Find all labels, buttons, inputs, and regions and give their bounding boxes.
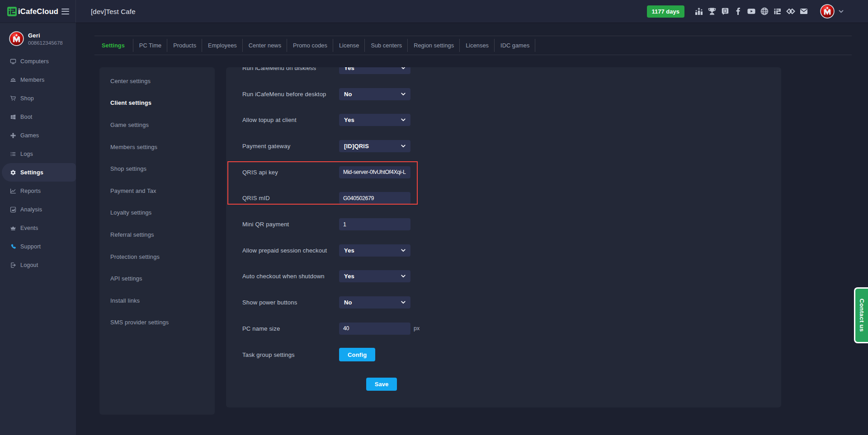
globe-icon[interactable] bbox=[760, 7, 769, 16]
events-icon bbox=[10, 225, 16, 231]
tab-settings[interactable]: Settings bbox=[94, 36, 133, 55]
menu-toggle-icon[interactable] bbox=[61, 9, 69, 14]
settings-menu-item-referral-settings[interactable]: Referral settings bbox=[99, 224, 215, 246]
settings-menu-item-sms-provider-settings[interactable]: SMS provider settings bbox=[99, 312, 215, 334]
sidebar-item-logout[interactable]: Logout bbox=[2, 256, 76, 274]
select-allow-prepaid-session-checkout[interactable]: Yes bbox=[339, 244, 410, 257]
sidebar-item-label: Logout bbox=[20, 262, 38, 268]
analysis-icon bbox=[10, 206, 16, 213]
field-label: Task group settings bbox=[242, 351, 339, 358]
settings-menu-item-client-settings[interactable]: Client settings bbox=[99, 92, 215, 114]
chevron-down-icon bbox=[839, 10, 844, 13]
field-label: QRIS mID bbox=[242, 195, 339, 201]
sidebar-item-computers[interactable]: Computers bbox=[2, 52, 76, 70]
sidebar-item-label: Boot bbox=[20, 114, 33, 120]
sidebar-item-label: Events bbox=[20, 225, 38, 231]
select-run-icafemenu-on-diskless[interactable]: Yes bbox=[339, 67, 410, 74]
config-button[interactable]: Config bbox=[339, 348, 375, 361]
logs-icon bbox=[10, 151, 16, 157]
tab-employees[interactable]: Employees bbox=[202, 36, 243, 55]
field-label: Run iCafeMenu before desktop bbox=[242, 91, 339, 98]
tab-bar: SettingsPC TimeProductsEmployeesCenter n… bbox=[94, 36, 852, 55]
user-menu[interactable] bbox=[820, 4, 844, 19]
mail-icon[interactable] bbox=[799, 7, 808, 16]
contact-us-button[interactable]: Contact us bbox=[854, 287, 868, 343]
select-payment-gateway[interactable]: [ID]QRIS bbox=[339, 140, 410, 152]
settings-menu-item-payment-and-tax[interactable]: Payment and Tax bbox=[99, 180, 215, 202]
sidebar-item-support[interactable]: Support bbox=[2, 237, 76, 256]
field-label: PC name size bbox=[242, 325, 339, 332]
sidebar-item-logs[interactable]: Logs bbox=[2, 145, 76, 163]
icafecloud-logo: iCafeCloud bbox=[7, 7, 58, 16]
sidebar-item-boot[interactable]: Boot bbox=[2, 108, 76, 126]
icafecloud-icon[interactable] bbox=[773, 7, 782, 16]
trophy-icon[interactable] bbox=[708, 7, 717, 16]
settings-menu-item-center-settings[interactable]: Center settings bbox=[99, 70, 215, 92]
top-header: iCafeCloud [dev]Test Cafe 1177 days bbox=[0, 0, 868, 23]
computers-icon bbox=[10, 58, 16, 65]
sidebar-item-reports[interactable]: Reports bbox=[2, 182, 76, 200]
input-pc-name-size[interactable] bbox=[339, 323, 410, 335]
cafe-title: [dev]Test Cafe bbox=[91, 8, 136, 15]
sidebar-nav: Computers Members Shop Boot Games Logs S… bbox=[0, 52, 76, 274]
tab-idc-games[interactable]: IDC games bbox=[495, 36, 535, 55]
form-row-allow-prepaid-session-checkout: Allow prepaid session checkout Yes bbox=[226, 237, 781, 263]
header-actions: 1177 days bbox=[647, 4, 844, 19]
form-rows: Run iCafeMenu on diskless Yes Run iCafeM… bbox=[226, 67, 781, 368]
save-button[interactable]: Save bbox=[366, 378, 397, 391]
tab-products[interactable]: Products bbox=[167, 36, 202, 55]
profile-info: Geri 008612345678 bbox=[28, 32, 63, 46]
reports-icon bbox=[10, 188, 16, 194]
field-label: Allow topup at client bbox=[242, 117, 339, 123]
select-show-power-buttons[interactable]: No bbox=[339, 296, 410, 309]
select-auto-checkout-when-shutdown[interactable]: Yes bbox=[339, 270, 410, 282]
sidebar-item-events[interactable]: Events bbox=[2, 219, 76, 237]
tab-pc-time[interactable]: PC Time bbox=[133, 36, 167, 55]
members-icon bbox=[10, 77, 16, 83]
tab-license[interactable]: License bbox=[333, 36, 365, 55]
sidebar-item-settings[interactable]: Settings bbox=[2, 163, 76, 182]
settings-menu-item-shop-settings[interactable]: Shop settings bbox=[99, 158, 215, 180]
sidebar-item-members[interactable]: Members bbox=[2, 70, 76, 89]
sidebar-item-analysis[interactable]: Analysis bbox=[2, 200, 76, 219]
input-qris-api-key[interactable] bbox=[339, 166, 410, 178]
tab-region-settings[interactable]: Region settings bbox=[408, 36, 460, 55]
field-label: Allow prepaid session checkout bbox=[242, 247, 339, 254]
input-mini-qr-payment[interactable] bbox=[339, 218, 410, 230]
tab-center-news[interactable]: Center news bbox=[243, 36, 287, 55]
form-row-show-power-buttons: Show power buttons No bbox=[226, 290, 781, 316]
settings-menu-item-loyalty-settings[interactable]: Loyalty settings bbox=[99, 202, 215, 224]
settings-menu-item-api-settings[interactable]: API settings bbox=[99, 267, 215, 290]
youtube-icon[interactable] bbox=[747, 7, 756, 16]
boot-icon bbox=[10, 114, 16, 120]
settings-menu-item-game-settings[interactable]: Game settings bbox=[99, 114, 215, 136]
form-row-pc-name-size: PC name size px bbox=[226, 315, 781, 341]
interlock-icon[interactable] bbox=[786, 7, 795, 16]
input-qris-mid[interactable] bbox=[339, 192, 410, 204]
field-label: Run iCafeMenu on diskless bbox=[242, 67, 339, 71]
header-icon-row bbox=[694, 7, 808, 16]
sidebar-item-games[interactable]: Games bbox=[2, 126, 76, 145]
profile-name: Geri bbox=[28, 32, 63, 39]
shop-icon bbox=[10, 95, 16, 102]
discord-icon[interactable] bbox=[721, 7, 730, 16]
form-row-run-icafemenu-before-desktop: Run iCafeMenu before desktop No bbox=[226, 81, 781, 107]
sidebar-item-shop[interactable]: Shop bbox=[2, 89, 76, 108]
tab-licenses[interactable]: Licenses bbox=[460, 36, 495, 55]
license-days-badge[interactable]: 1177 days bbox=[647, 5, 684, 18]
form-row-payment-gateway: Payment gateway [ID]QRIS bbox=[226, 133, 781, 159]
tab-sub-centers[interactable]: Sub centers bbox=[365, 36, 408, 55]
settings-menu-item-install-links[interactable]: Install links bbox=[99, 290, 215, 312]
select-allow-topup-at-client[interactable]: Yes bbox=[339, 114, 410, 126]
field-label: QRIS api key bbox=[242, 169, 339, 176]
input-suffix: px bbox=[414, 325, 420, 332]
select-run-icafemenu-before-desktop[interactable]: No bbox=[339, 88, 410, 100]
settings-menu-item-members-settings[interactable]: Members settings bbox=[99, 136, 215, 158]
client-settings-form-panel: Run iCafeMenu on diskless Yes Run iCafeM… bbox=[226, 67, 781, 407]
settings-menu-panel: Center settingsClient settingsGame setti… bbox=[99, 67, 215, 415]
podium-icon[interactable] bbox=[694, 7, 703, 16]
tab-promo-codes[interactable]: Promo codes bbox=[287, 36, 333, 55]
select-value: No bbox=[344, 299, 352, 306]
settings-menu-item-protection-settings[interactable]: Protection settings bbox=[99, 246, 215, 268]
facebook-icon[interactable] bbox=[734, 7, 743, 16]
